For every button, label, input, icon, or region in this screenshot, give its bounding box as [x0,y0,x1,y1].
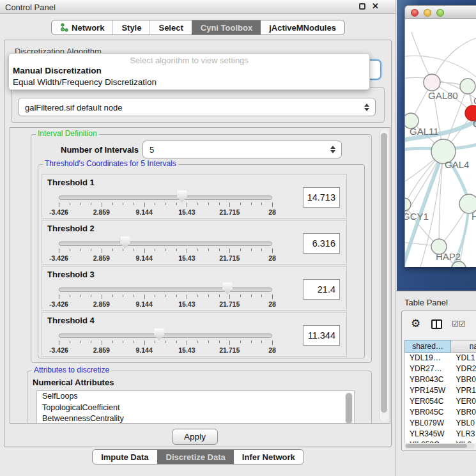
cell-name[interactable]: YBL0 [452,418,476,429]
slider-track[interactable] [59,242,272,246]
node-table-card: ⚙ ☑☑ shared… na YDL19…YDL1YDR27…YDR2YBR0… [401,311,476,451]
network-window-titlebar[interactable] [404,5,476,19]
network-node[interactable] [405,198,411,211]
tab-impute-data[interactable]: Impute Data [93,450,157,464]
tick-label: 15.43 [178,208,195,216]
tick-mark [91,203,91,205]
network-canvas[interactable]: GAL80GACGAL11GAL4GCY1HHAP2 [404,19,476,267]
cell-name[interactable]: YPR1 [452,385,476,396]
tick-label: 2.859 [93,208,110,216]
list-item[interactable]: TopologicalCoefficient [37,403,354,414]
slider-track[interactable] [59,288,272,292]
threshold-value-input[interactable]: 11.344 [303,325,340,346]
gear-icon[interactable]: ⚙ [411,318,420,329]
slider-thumb[interactable] [120,236,130,249]
tick-label: 21.715 [219,254,240,262]
threshold-value-input[interactable]: 6.316 [303,233,340,254]
cell-name[interactable]: YLR3 [452,429,476,440]
attributes-scrollbar[interactable] [345,392,353,424]
list-item[interactable]: SelfLoops [37,391,354,403]
network-node[interactable] [424,74,440,91]
tab-select[interactable]: Select [150,20,191,35]
number-of-intervals-combobox[interactable]: 5 [142,141,342,158]
spinner-arrows-icon [364,104,369,111]
tab-jactivemnodules[interactable]: jActiveMNodules [261,20,344,35]
select-columns-checkboxes-icon[interactable]: ☑☑ [452,319,466,328]
cell-shared-name[interactable]: YBR043C [405,374,452,385]
cell-shared-name[interactable]: YBR045C [405,407,452,418]
tick-mark [70,249,70,251]
column-header-shared[interactable]: shared… [404,340,451,353]
tick-mark [155,341,155,343]
interval-definition-title: Interval Definition [36,130,99,138]
panel-scrollbar[interactable] [379,129,388,422]
tick-label: 9.144 [135,346,152,354]
node-label: GAL4 [445,159,469,170]
threshold-value-input[interactable]: 21.4 [303,279,340,300]
split-columns-icon[interactable] [431,319,442,329]
tick-mark [229,295,230,299]
cell-name[interactable]: YIL0 [452,440,476,443]
tab-network[interactable]: Network [52,20,112,35]
tick-label: 15.43 [178,300,195,308]
tick-mark [134,249,134,251]
cell-shared-name[interactable]: YER054C [405,396,452,407]
table-row[interactable]: YDL19…YDL1 [405,353,476,364]
slider-thumb[interactable] [222,282,233,295]
network-node[interactable] [460,79,475,94]
cell-shared-name[interactable]: YDL19… [405,353,452,364]
slider-track[interactable] [59,334,272,338]
cell-name[interactable]: YBR0 [452,407,476,418]
slider-thumb[interactable] [154,328,164,341]
cell-shared-name[interactable]: YPR145W [405,385,452,396]
minimize-traffic-light-icon[interactable] [424,9,431,17]
tick-mark [144,249,145,253]
tick-label: 21.715 [219,208,240,216]
dropdown-option-equal-width[interactable]: Equal Width/Frequency Discretization [9,77,369,88]
cell-shared-name[interactable]: YIL052C [405,440,452,443]
cell-shared-name[interactable]: YLR345W [405,429,452,440]
tick-mark [251,341,252,343]
table-row[interactable]: YBL079WYBL0 [405,418,476,429]
tab-label: Infer Network [242,452,295,462]
top-tabbar: NetworkStyleSelectCyni ToolboxjActiveMNo… [0,20,396,35]
slider-track[interactable] [59,196,272,200]
table-row[interactable]: YER054CYER0 [405,396,476,407]
table-data-combobox[interactable]: galFiltered.sif default node [18,98,376,116]
apply-button[interactable]: Apply [172,429,218,445]
table-row[interactable]: YBR043CYBR0 [405,374,476,385]
slider-thumb[interactable] [177,190,187,203]
cell-shared-name[interactable]: YDR27… [405,364,452,374]
close-traffic-light-icon[interactable] [411,9,418,17]
attributes-title: Attributes to discretize [32,366,111,374]
tab-discretize-data[interactable]: Discretize Data [157,450,234,464]
float-window-icon[interactable] [359,3,365,10]
cell-shared-name[interactable]: YBL079W [405,418,452,429]
cell-name[interactable]: YBR0 [452,374,476,385]
table-row[interactable]: YLR345WYLR3 [405,429,476,440]
spinner-arrows-icon [330,146,335,153]
table-row[interactable]: YIL052CYIL0 [405,440,476,443]
table-row[interactable]: YBR045CYBR0 [405,407,476,418]
dropdown-option-manual[interactable]: Manual Discretization [9,65,369,77]
cell-name[interactable]: YDR2 [452,364,476,374]
tab-style[interactable]: Style [112,20,150,35]
list-item[interactable]: BetweennessCentrality [37,413,354,424]
tab-infer-network[interactable]: Infer Network [234,450,303,464]
cell-name[interactable]: YER0 [452,396,476,407]
tick-label: -3.426 [49,346,68,354]
table-row[interactable]: YDR27…YDR2 [405,364,476,374]
tick-mark [123,249,123,251]
tick-mark [229,341,230,345]
tick-mark [219,249,220,251]
cell-name[interactable]: YDL1 [452,353,476,364]
column-header-name[interactable]: na [451,340,476,353]
tab-cyni-toolbox[interactable]: Cyni Toolbox [192,20,261,35]
table-hscrollbar[interactable] [404,443,475,449]
table-row[interactable]: YPR145WYPR1 [405,385,476,396]
close-icon[interactable]: ✕ [372,2,379,11]
zoom-traffic-light-icon[interactable] [436,9,444,17]
threshold-value-input[interactable]: 14.713 [303,187,340,208]
tick-label: -3.426 [49,208,68,216]
tick-mark [187,341,187,345]
